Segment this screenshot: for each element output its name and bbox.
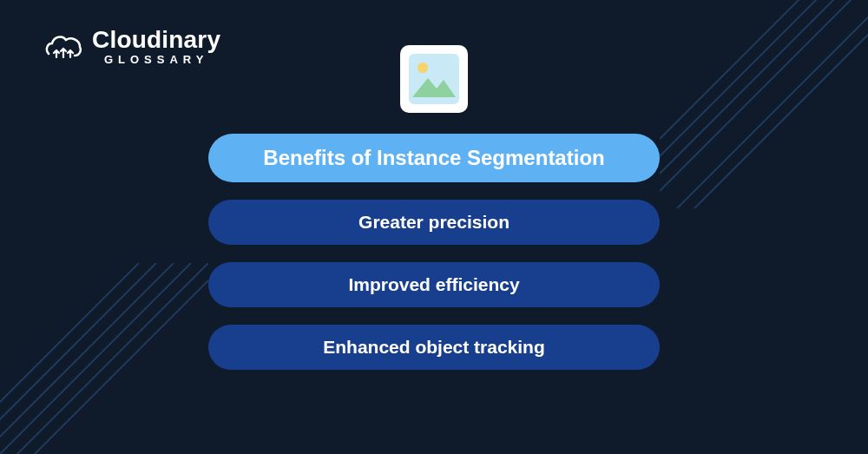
diagram-content: Benefits of Instance Segmentation Greate…: [0, 45, 868, 387]
title-text: Benefits of Instance Segmentation: [263, 146, 604, 170]
benefit-pill: Enhanced object tracking: [208, 325, 660, 370]
benefit-text: Enhanced object tracking: [323, 337, 545, 358]
benefit-pill: Greater precision: [208, 200, 660, 245]
benefit-text: Improved efficiency: [348, 274, 519, 295]
title-pill: Benefits of Instance Segmentation: [208, 134, 660, 182]
benefit-pill: Improved efficiency: [208, 262, 660, 307]
svg-point-13: [418, 63, 428, 73]
image-placeholder-icon: [400, 45, 468, 113]
benefit-text: Greater precision: [358, 212, 510, 233]
